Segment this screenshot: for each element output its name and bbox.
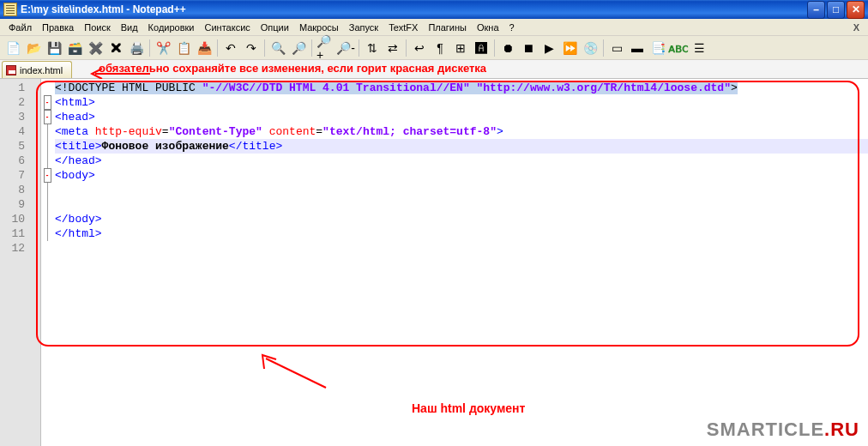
find-button[interactable]: 🔍: [268, 39, 287, 57]
unsaved-disk-icon: [6, 65, 16, 75]
minimize-button[interactable]: –: [807, 1, 825, 19]
lang-button[interactable]: 🅰: [472, 39, 491, 57]
zoom-in-button[interactable]: 🔎+: [316, 39, 335, 57]
open-file-button[interactable]: 📂: [24, 39, 43, 57]
maximize-button[interactable]: □: [827, 1, 845, 19]
menu-bar: Файл Правка Поиск Вид Кодировки Синтакси…: [0, 19, 868, 36]
record-macro-button[interactable]: ⏺: [498, 39, 517, 57]
app-icon: [3, 3, 17, 16]
menu-run[interactable]: Запуск: [344, 21, 383, 34]
paste-button[interactable]: 📥: [195, 39, 214, 57]
panel1-button[interactable]: ▭: [607, 39, 626, 57]
replace-button[interactable]: 🔎: [289, 39, 308, 57]
code-area[interactable]: <!DOCTYPE HTML PUBLIC "-//W3C//DTD HTML …: [53, 79, 868, 446]
redo-button[interactable]: ↷: [242, 39, 261, 57]
play-macro-button[interactable]: ▶: [539, 39, 558, 57]
new-file-button[interactable]: 📄: [3, 39, 22, 57]
zoom-out-button[interactable]: 🔎-: [336, 39, 355, 57]
menu-edit[interactable]: Правка: [37, 21, 79, 34]
menu-search[interactable]: Поиск: [79, 21, 115, 34]
undo-button[interactable]: ↶: [221, 39, 240, 57]
cut-button[interactable]: ✂️: [154, 39, 172, 57]
fold-icon[interactable]: -: [44, 168, 51, 183]
stop-macro-button[interactable]: ⏹: [519, 39, 538, 57]
sync-v-button[interactable]: ⇅: [363, 39, 382, 57]
menu-macros[interactable]: Макросы: [294, 21, 344, 34]
menu-plugins[interactable]: Плагины: [423, 21, 472, 34]
play-multi-button[interactable]: ⏩: [560, 39, 579, 57]
mdi-close-icon[interactable]: X: [853, 22, 859, 33]
close-all-button[interactable]: 🗙: [106, 39, 125, 57]
menu-windows[interactable]: Окна: [472, 21, 504, 34]
close-button[interactable]: ✕: [847, 1, 865, 19]
annotation-save-hint: обязательно сохраняйте все изменения, ес…: [99, 62, 486, 75]
panel2-button[interactable]: ▬: [628, 39, 647, 57]
print-button[interactable]: 🖨️: [127, 39, 146, 57]
wordwrap-button[interactable]: ↩: [410, 39, 429, 57]
indent-guide-button[interactable]: ⊞: [451, 39, 470, 57]
line-number-gutter: 123456 789101112: [0, 79, 41, 446]
tab-label: index.html: [20, 65, 63, 75]
menu-options[interactable]: Опции: [256, 21, 294, 34]
spellcheck-button[interactable]: ᴀʙᴄ: [669, 39, 688, 57]
fold-column: - - -: [41, 79, 53, 446]
window-titlebar: E:\my site\index.html - Notepad++ – □ ✕: [0, 0, 868, 19]
copy-button[interactable]: 📋: [174, 39, 193, 57]
menu-file[interactable]: Файл: [3, 21, 37, 34]
save-all-button[interactable]: 🗃️: [65, 39, 84, 57]
menu-encoding[interactable]: Кодировки: [143, 21, 200, 34]
save-button[interactable]: 💾: [45, 39, 63, 57]
window-title: E:\my site\index.html - Notepad++: [21, 3, 186, 15]
watermark: SMARTICLE.RU: [707, 419, 859, 441]
menu-syntax[interactable]: Синтаксис: [200, 21, 256, 34]
menu-help[interactable]: ?: [504, 21, 520, 34]
tabs-row: index.html обязательно сохраняйте все из…: [0, 60, 868, 79]
show-all-chars-button[interactable]: ¶: [431, 39, 449, 57]
menu-textfx[interactable]: TextFX: [383, 21, 423, 34]
toolbar: 📄 📂 💾 🗃️ ✖️ 🗙 🖨️ ✂️ 📋 📥 ↶ ↷ 🔍 🔎 🔎+ 🔎- ⇅ …: [0, 36, 868, 60]
editor[interactable]: 123456 789101112 - - - <!DOCTYPE HTML PU…: [0, 79, 868, 446]
misc-button[interactable]: ☰: [690, 39, 708, 57]
sync-h-button[interactable]: ⇄: [383, 39, 402, 57]
fold-icon[interactable]: -: [44, 95, 51, 110]
fold-icon[interactable]: -: [44, 110, 51, 124]
close-file-button[interactable]: ✖️: [86, 39, 105, 57]
menu-view[interactable]: Вид: [116, 21, 143, 34]
save-macro-button[interactable]: 💿: [581, 39, 600, 57]
panel3-button[interactable]: 📑: [648, 39, 667, 57]
tab-index-html[interactable]: index.html: [2, 61, 72, 78]
